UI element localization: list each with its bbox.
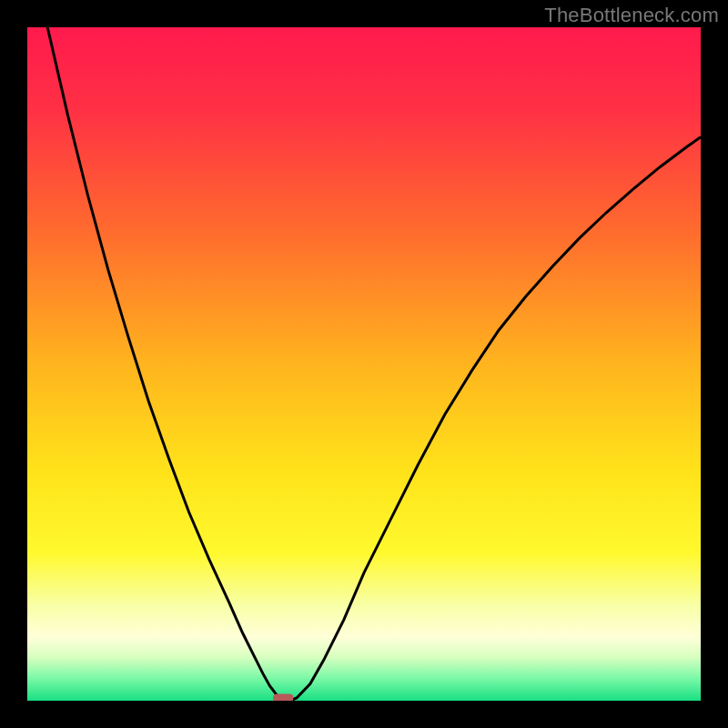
gradient-background bbox=[27, 27, 701, 701]
chart-frame: TheBottleneck.com bbox=[0, 0, 728, 728]
optimal-marker bbox=[273, 694, 293, 702]
plot-area bbox=[27, 27, 701, 701]
watermark-text: TheBottleneck.com bbox=[544, 4, 719, 27]
bottleneck-chart bbox=[27, 27, 701, 701]
